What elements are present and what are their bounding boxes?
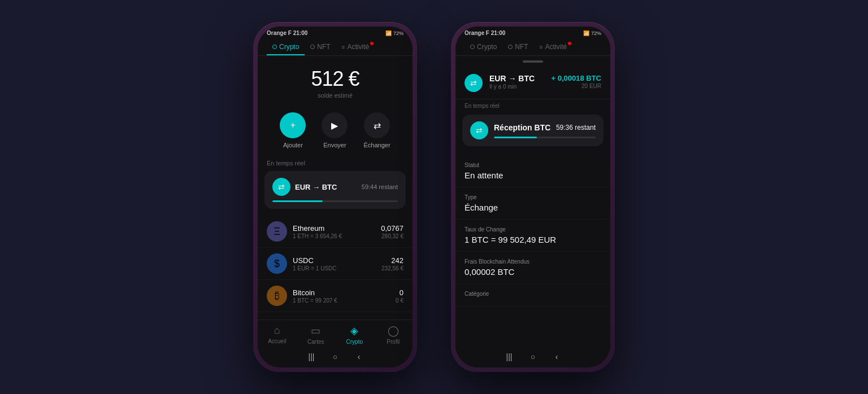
- crypto-item-btc[interactable]: ₿ Bitcoin 1 BTC = 99 207 € 0 0 €: [258, 280, 413, 312]
- tab-activite-label: Activité: [348, 43, 370, 51]
- detail-btc-amount: + 0,00018 BTC: [551, 74, 601, 82]
- drag-handle: [523, 60, 543, 63]
- phone2-detail-content: ⇄ EUR → BTC Il y a 0 min + 0,00018 BTC 2…: [455, 56, 610, 347]
- tab-nft[interactable]: NFT: [305, 38, 336, 55]
- crypto-item-eth[interactable]: Ξ Ethereum 1 ETH = 3 654,26 € 0,0767 280…: [258, 216, 413, 248]
- eth-logo: Ξ: [267, 221, 287, 242]
- exchange-card[interactable]: ⇄ EUR → BTC 59:44 restant: [264, 171, 406, 209]
- sys-home[interactable]: ○: [329, 351, 341, 363]
- eth-name: Ethereum: [293, 224, 375, 233]
- usdc-name: USDC: [293, 256, 376, 265]
- activite-icon: ≡: [342, 44, 345, 50]
- categorie-label: Catégorie: [465, 291, 601, 297]
- crypto-nav-label: Crypto: [346, 339, 363, 345]
- btc-logo: ₿: [267, 286, 287, 306]
- btc-values: 0 0 €: [396, 288, 403, 304]
- reception-title: Réception BTC: [494, 123, 556, 132]
- cartes-icon: ▭: [311, 325, 320, 337]
- type-value: Échange: [465, 203, 601, 212]
- btc-name: Bitcoin: [293, 288, 390, 297]
- detail-exchange-info: EUR → BTC Il y a 0 min: [489, 74, 544, 90]
- tab-nft-label: NFT: [317, 43, 330, 51]
- p2-sys-recents[interactable]: ‹: [550, 351, 563, 363]
- crypto-nav-icon: ◈: [350, 325, 358, 337]
- tab-activite[interactable]: ≡ Activité: [336, 38, 375, 55]
- eth-info: Ethereum 1 ETH = 3 654,26 €: [293, 224, 375, 239]
- p2-status-icons: 📶 72%: [583, 30, 601, 36]
- bottom-nav-1: ⌂ Accueil ▭ Cartes ◈ Crypto ◯ Profil: [258, 319, 413, 347]
- nav-cartes[interactable]: ▭ Cartes: [297, 325, 336, 345]
- p2-nft-tab-icon: [508, 45, 513, 49]
- accueil-label: Accueil: [268, 338, 286, 344]
- accueil-icon: ⌂: [274, 325, 280, 336]
- detail-time: Il y a 0 min: [489, 84, 544, 90]
- detail-type: Type Échange: [455, 187, 610, 220]
- exchange-pair: EUR → BTC: [295, 183, 362, 191]
- carrier-time: Orange F 21:00: [267, 30, 307, 36]
- nav-accueil[interactable]: ⌂ Accueil: [258, 325, 297, 345]
- detail-exchange-icon: ⇄: [465, 74, 483, 92]
- detail-exchange-header: ⇄ EUR → BTC Il y a 0 min + 0,00018 BTC 2…: [455, 69, 610, 99]
- p2-tab-activite[interactable]: ≡ Activité: [534, 38, 573, 55]
- balance-section: 512 € solde estimé: [258, 56, 413, 108]
- add-button[interactable]: + Ajouter: [280, 112, 306, 148]
- p2-crypto-tab-icon: [470, 45, 475, 49]
- reception-timer: 59:36 restant: [556, 124, 596, 132]
- add-icon-circle: +: [280, 112, 306, 138]
- statut-value: En attente: [465, 170, 601, 180]
- sys-bar-2: ||| ○ ‹: [455, 347, 610, 367]
- reception-info: Réception BTC 59:36 restant: [494, 123, 596, 138]
- usdc-values: 242 232,56 €: [381, 256, 403, 272]
- status-icons: 📶 72%: [385, 30, 403, 36]
- exchange-label: Échanger: [363, 142, 390, 148]
- p2-sys-home[interactable]: ○: [527, 351, 539, 363]
- taux-value: 1 BTC = 99 502,49 EUR: [465, 235, 601, 244]
- nav-crypto[interactable]: ◈ Crypto: [335, 325, 374, 345]
- profil-label: Profil: [387, 339, 400, 345]
- cartes-label: Cartes: [307, 339, 324, 345]
- usdc-eur: 232,56 €: [381, 265, 403, 272]
- nav-profil[interactable]: ◯ Profil: [374, 325, 413, 345]
- detail-categorie: Catégorie: [455, 284, 610, 307]
- exchange-icon-circle: ⇄: [364, 112, 390, 138]
- phone-1: Orange F 21:00 📶 72% Crypto NFT ≡ Activi…: [253, 22, 417, 372]
- p2-activite-icon: ≡: [540, 44, 543, 50]
- exchange-card-icon: ⇄: [272, 178, 290, 196]
- tab-crypto-label: Crypto: [279, 43, 299, 51]
- type-label: Type: [465, 194, 601, 200]
- send-button[interactable]: ▶ Envoyer: [322, 112, 348, 148]
- detail-pair: EUR → BTC: [489, 74, 544, 83]
- crypto-tab-icon: [272, 45, 277, 49]
- status-bar-1: Orange F 21:00 📶 72%: [258, 27, 413, 38]
- exchange-progress-fill: [272, 200, 323, 202]
- sys-back[interactable]: |||: [305, 351, 318, 363]
- btc-eur: 0 €: [396, 297, 403, 304]
- p2-tab-crypto-label: Crypto: [477, 43, 497, 51]
- reception-card[interactable]: ⇄ Réception BTC 59:36 restant: [462, 115, 604, 146]
- tab-crypto[interactable]: Crypto: [267, 38, 305, 55]
- reception-progress-fill: [494, 137, 537, 138]
- btc-info: Bitcoin 1 BTC = 99 207 €: [293, 288, 390, 304]
- nft-tab-icon: [310, 45, 315, 49]
- reception-progress-bg: [494, 137, 596, 138]
- tab-bar-2: Crypto NFT ≡ Activité: [455, 38, 610, 56]
- btc-amount: 0: [396, 288, 403, 297]
- detail-eur-amount: 20 EUR: [551, 83, 601, 89]
- reception-icon: ⇄: [470, 121, 488, 139]
- phone1-content: 512 € solde estimé + Ajouter ▶ Envoyer ⇄…: [258, 56, 413, 319]
- p2-tab-nft[interactable]: NFT: [502, 38, 533, 55]
- eth-eur: 280,32 €: [381, 233, 403, 239]
- add-label: Ajouter: [283, 142, 303, 148]
- profil-icon: ◯: [388, 325, 399, 337]
- phone-2: Orange F 21:00 📶 72% Crypto NFT ≡ Activi…: [451, 22, 615, 372]
- p2-tab-crypto[interactable]: Crypto: [465, 38, 502, 55]
- exchange-button[interactable]: ⇄ Échanger: [363, 112, 390, 148]
- p2-sys-back[interactable]: |||: [503, 351, 515, 363]
- p2-carrier-time: Orange F 21:00: [465, 30, 505, 36]
- balance-label: solde estimé: [267, 92, 403, 99]
- balance-amount: 512 €: [267, 67, 403, 91]
- send-label: Envoyer: [323, 142, 346, 148]
- crypto-item-usdc[interactable]: $ USDC 1 EUR = 1 USDC 242 232,56 €: [258, 248, 413, 280]
- usdc-amount: 242: [381, 256, 403, 265]
- sys-recents[interactable]: ‹: [353, 351, 365, 363]
